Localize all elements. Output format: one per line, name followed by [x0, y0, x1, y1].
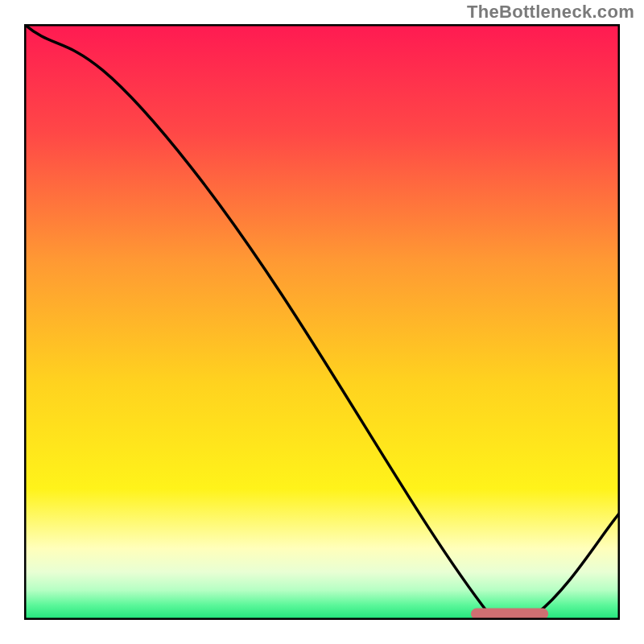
- attribution-label: TheBottleneck.com: [467, 2, 634, 23]
- chart-plot: [24, 24, 620, 620]
- chart-background: [24, 24, 620, 620]
- chart-svg: [24, 24, 620, 620]
- page-root: TheBottleneck.com: [0, 0, 644, 644]
